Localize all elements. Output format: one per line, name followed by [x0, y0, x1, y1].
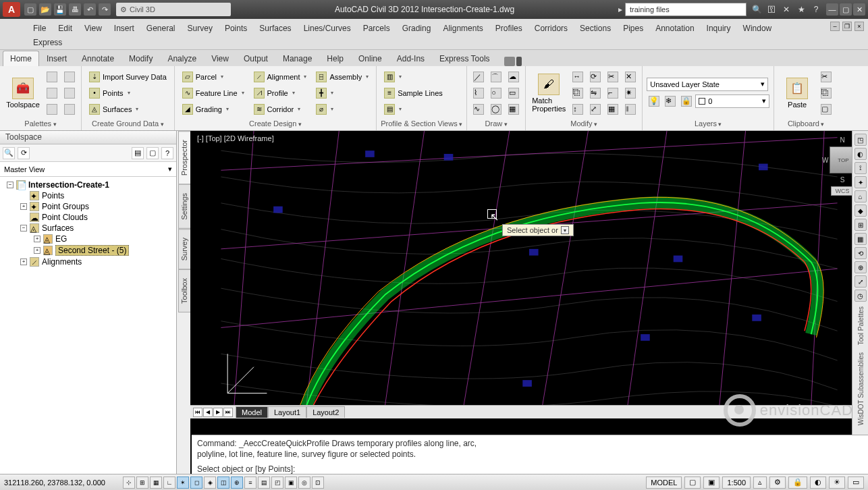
- toggle-tpy[interactable]: ▤: [258, 477, 270, 489]
- panel-title-profile[interactable]: Profile & Section Views: [381, 118, 462, 129]
- circle-icon[interactable]: ○: [489, 86, 504, 101]
- ts-refresh-icon[interactable]: ⟳: [18, 147, 30, 159]
- spline-icon[interactable]: ∿: [471, 102, 486, 117]
- layout-next-icon[interactable]: ▶: [213, 408, 223, 417]
- toggle-dyn[interactable]: ⊕: [231, 477, 243, 489]
- ribbon-tab-annotate[interactable]: Annotate: [74, 51, 121, 66]
- status-layout-icon[interactable]: ▢: [684, 477, 701, 489]
- sign-in-icon[interactable]: ⚿: [765, 3, 778, 16]
- rotate-icon[interactable]: ⟳: [588, 70, 603, 84]
- layer-state-dropdown[interactable]: Unsaved Layer State▾: [647, 78, 768, 91]
- rt-btn-12[interactable]: ◷: [855, 290, 867, 302]
- line-icon[interactable]: ／: [471, 70, 486, 84]
- rt-label-tool-palettes[interactable]: Tool Palettes: [855, 306, 867, 345]
- panel-title-clipboard[interactable]: Clipboard: [778, 118, 834, 129]
- layer-on-icon[interactable]: 💡: [647, 94, 661, 109]
- tree-surface-second-street[interactable]: +◬Second Street - (5): [1, 244, 175, 256]
- toolspace-view-dropdown[interactable]: Master View▾: [0, 162, 176, 177]
- trim-icon[interactable]: ✂: [605, 70, 620, 84]
- rt-btn-10[interactable]: ⊕: [855, 261, 867, 273]
- copy-icon[interactable]: ⿻: [570, 86, 585, 101]
- palette-btn-4[interactable]: [62, 70, 77, 84]
- ribbon-tab-addins[interactable]: Add-Ins: [389, 51, 432, 66]
- menu-pipes[interactable]: Pipes: [617, 22, 649, 35]
- array-icon[interactable]: ▦: [605, 102, 620, 117]
- tooltip-dropdown-icon[interactable]: ▾: [561, 226, 569, 234]
- search-go-icon[interactable]: 🔍: [751, 3, 763, 16]
- toggle-ortho[interactable]: ∟: [163, 477, 175, 489]
- ribbon-tab-output[interactable]: Output: [236, 51, 275, 66]
- layout-first-icon[interactable]: ⏮: [193, 408, 202, 417]
- mirror-icon[interactable]: ⇋: [588, 86, 603, 101]
- tab-layout2[interactable]: Layout2: [306, 406, 345, 418]
- arc-icon[interactable]: ⌒: [489, 70, 504, 84]
- close-button[interactable]: ✕: [853, 3, 865, 16]
- tree-surfaces[interactable]: −◬Surfaces: [1, 223, 175, 234]
- profile-button[interactable]: ⩘Profile▾: [250, 86, 310, 101]
- toolspace-button[interactable]: 🧰Toolspace: [4, 67, 42, 118]
- rt-btn-3[interactable]: ⟟: [855, 162, 867, 174]
- ellipse-icon[interactable]: ◯: [489, 102, 504, 117]
- ribbon-tab-help[interactable]: Help: [319, 51, 351, 66]
- menu-grading[interactable]: Grading: [396, 22, 437, 35]
- command-line[interactable]: Command: _AeccCreateQuickProfile Draws t…: [192, 435, 868, 474]
- ts-help-icon[interactable]: ?: [161, 147, 173, 159]
- section-view-button[interactable]: ▤▾: [381, 102, 446, 117]
- revcloud-icon[interactable]: ☁: [506, 70, 521, 84]
- ribbon-tab-expresstools[interactable]: Express Tools: [432, 51, 497, 66]
- menu-surfaces[interactable]: Surfaces: [253, 22, 297, 35]
- toolspace-tree[interactable]: −📄Intersection-Create-1 ✦Points +✦Point …: [0, 177, 176, 474]
- intersection-button[interactable]: ╋▾: [313, 86, 372, 101]
- menu-file[interactable]: File: [27, 22, 52, 35]
- search-dd-icon[interactable]: ▸: [618, 5, 622, 14]
- panel-title-design[interactable]: Create Design: [179, 118, 372, 129]
- toggle-otrack[interactable]: ◫: [217, 477, 229, 489]
- tree-surface-eg[interactable]: +◬EG: [1, 234, 175, 244]
- rt-btn-1[interactable]: ◳: [855, 134, 867, 146]
- drawing-canvas[interactable]: [-] [Top] [2D Wireframe]: [190, 131, 868, 474]
- tab-toolbox[interactable]: Toolbox: [178, 269, 192, 312]
- fillet-icon[interactable]: ⌐: [605, 86, 620, 101]
- paste-button[interactable]: 📋Paste: [778, 67, 816, 118]
- rt-btn-11[interactable]: ⤢: [855, 275, 867, 288]
- tab-survey[interactable]: Survey: [178, 229, 192, 269]
- rect-icon[interactable]: ▭: [506, 86, 521, 101]
- toggle-extra[interactable]: ⊡: [312, 477, 324, 489]
- drawing-svg[interactable]: [190, 131, 868, 406]
- help-icon[interactable]: ?: [810, 3, 822, 16]
- match-properties-button[interactable]: 🖌Match Properties: [530, 67, 568, 118]
- status-annoscale-icon[interactable]: ▵: [753, 477, 767, 489]
- workspace-dropdown[interactable]: Civil 3D: [116, 3, 231, 16]
- rt-label-wisdot[interactable]: WisDOT Subassemblies: [855, 352, 867, 425]
- menu-parcels[interactable]: Parcels: [357, 22, 396, 35]
- status-lock-icon[interactable]: 🔒: [788, 477, 807, 489]
- menu-corridors[interactable]: Corridors: [528, 22, 574, 35]
- qat-save-icon[interactable]: 💾: [54, 3, 66, 16]
- palette-btn-5[interactable]: [62, 86, 77, 101]
- toggle-sc[interactable]: ▣: [285, 477, 297, 489]
- rt-btn-4[interactable]: ✦: [855, 176, 867, 188]
- tab-layout1[interactable]: Layout1: [268, 406, 306, 418]
- panel-title-ground[interactable]: Create Ground Data: [86, 118, 170, 129]
- qat-print-icon[interactable]: 🖶: [69, 3, 81, 16]
- palette-btn-2[interactable]: [45, 86, 59, 101]
- menu-view[interactable]: View: [78, 22, 108, 35]
- pline-icon[interactable]: ⌇: [471, 86, 486, 101]
- offset-icon[interactable]: ⫴: [623, 102, 638, 117]
- scale-icon[interactable]: ⤢: [588, 102, 603, 117]
- layout-prev-icon[interactable]: ◀: [203, 408, 213, 417]
- layer-lock-icon[interactable]: 🔒: [679, 94, 694, 109]
- toggle-3dosnap[interactable]: ◈: [204, 477, 216, 489]
- cut-icon[interactable]: ✂: [819, 70, 834, 84]
- parcel-button[interactable]: ▱Parcel▾: [179, 70, 248, 84]
- qat-redo-icon[interactable]: ↷: [99, 3, 111, 16]
- status-ws-icon[interactable]: ⚙: [769, 477, 786, 489]
- ribbon-tab-online[interactable]: Online: [351, 51, 389, 66]
- rt-btn-6[interactable]: ◆: [855, 205, 867, 217]
- menu-insert[interactable]: Insert: [108, 22, 140, 35]
- panel-title-modify[interactable]: Modify: [530, 118, 638, 129]
- grading-button[interactable]: ◢Grading▾: [179, 102, 248, 117]
- menu-alignments[interactable]: Alignments: [437, 22, 489, 35]
- erase-icon[interactable]: ✕: [623, 70, 638, 84]
- exchange-icon[interactable]: ✕: [780, 3, 792, 16]
